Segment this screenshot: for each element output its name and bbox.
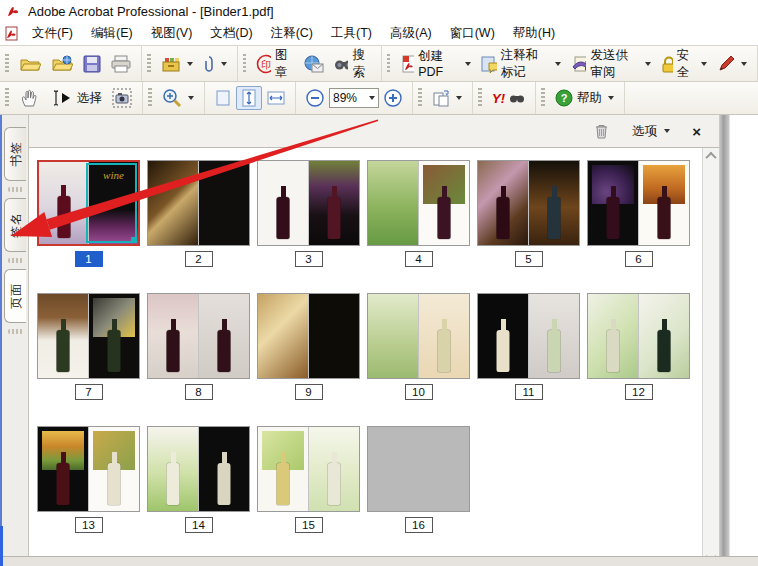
sidebar-tab-pages[interactable]: 页面 [4, 269, 26, 323]
secure-button[interactable]: 安全 [656, 44, 712, 84]
page-thumbnail-16[interactable]: 16 [366, 426, 471, 533]
page-thumbnail-10[interactable]: 10 [366, 293, 471, 400]
page-number-label[interactable]: 11 [515, 384, 543, 400]
toolbar-grip[interactable] [243, 54, 246, 74]
sign-button[interactable] [712, 52, 752, 76]
page-number-label[interactable]: 10 [405, 384, 433, 400]
page-number-label[interactable]: 16 [405, 517, 433, 533]
menu-item-0[interactable]: 文件(F) [23, 22, 82, 45]
page-thumbnail-4[interactable]: 4 [366, 160, 471, 267]
delete-pages-button[interactable] [589, 120, 614, 142]
page-number-label[interactable]: 12 [625, 384, 653, 400]
menu-item-4[interactable]: 注释(C) [262, 22, 322, 45]
page-number-label[interactable]: 5 [515, 251, 543, 267]
options-menu-button[interactable]: 选项 [628, 121, 674, 142]
fit-page-button[interactable] [236, 86, 262, 110]
sidebar-tab-bookmarks[interactable]: 书签 [4, 127, 26, 181]
snapshot-button[interactable] [107, 85, 137, 111]
open-folder-icon [19, 55, 41, 73]
select-tool-button[interactable]: 选择 [44, 86, 107, 110]
page-half [368, 294, 418, 378]
sidebar-tabs: 书签签名页面 [0, 115, 29, 566]
menu-item-8[interactable]: 帮助(H) [504, 22, 564, 45]
trash-icon [594, 123, 609, 139]
page-number-label[interactable]: 7 [75, 384, 103, 400]
menu-item-2[interactable]: 视图(V) [142, 22, 202, 45]
yahoo-search-button[interactable]: Y! [487, 88, 530, 109]
hand-tool-button[interactable] [14, 85, 44, 111]
scroll-up-button[interactable] [703, 148, 719, 164]
page-number-label[interactable]: 8 [185, 384, 213, 400]
page-number-label[interactable]: 1 [75, 251, 103, 267]
page-thumbnail-3[interactable]: 3 [256, 160, 361, 267]
toolbar-grip[interactable] [478, 88, 482, 108]
save-button[interactable] [78, 52, 106, 76]
organizer-button[interactable] [156, 52, 198, 76]
send-review-button[interactable]: 发送供审阅 [566, 44, 656, 84]
panel-splitter[interactable] [719, 115, 729, 566]
page-number-label[interactable]: 4 [405, 251, 433, 267]
close-panel-button[interactable]: × [688, 124, 705, 139]
comment-markup-button[interactable]: 注释和标记 [476, 44, 566, 84]
search-button[interactable]: 搜索 [329, 44, 377, 84]
toolbar-grip[interactable] [541, 88, 545, 108]
page-view-rect [86, 163, 137, 243]
toolbar-grip[interactable] [148, 88, 152, 108]
page-thumbnail-8[interactable]: 8 [146, 293, 251, 400]
window-title: Adobe Acrobat Professional - [Binder1.pd… [28, 4, 274, 19]
page-number-label[interactable]: 3 [295, 251, 323, 267]
wine-bottle-shape [108, 330, 121, 372]
page-layout-button[interactable] [427, 86, 467, 110]
page-number-label[interactable]: 2 [185, 251, 213, 267]
page-number-label[interactable]: 13 [75, 517, 103, 533]
print-button[interactable] [106, 52, 136, 76]
page-number-label[interactable]: 9 [295, 384, 323, 400]
thumbnail-image [257, 426, 360, 512]
toolbar-grip[interactable] [5, 88, 9, 108]
page-thumbnail-5[interactable]: 5 [476, 160, 581, 267]
menu-item-7[interactable]: 窗口(W) [441, 22, 504, 45]
create-pdf-button[interactable]: 创建 PDF [395, 45, 476, 82]
page-number-label[interactable]: 15 [295, 517, 323, 533]
page-thumbnail-14[interactable]: 14 [146, 426, 251, 533]
menu-item-5[interactable]: 工具(T) [322, 22, 381, 45]
actual-size-button[interactable] [210, 86, 236, 110]
menu-item-1[interactable]: 编辑(E) [82, 22, 142, 45]
page-thumbnail-15[interactable]: 15 [256, 426, 361, 533]
open-button[interactable] [14, 52, 46, 76]
zoom-tool-button[interactable] [157, 85, 199, 111]
fit-width-button[interactable] [262, 87, 290, 109]
thumbnail-image [147, 293, 250, 379]
wine-bottle-shape [277, 463, 290, 505]
email-button[interactable] [299, 52, 329, 76]
stamp-button[interactable]: 印 图章 [251, 44, 299, 84]
wine-bottle-shape [167, 463, 180, 505]
panel-scrollbar[interactable] [702, 148, 719, 566]
menu-item-6[interactable]: 高级(A) [381, 22, 441, 45]
zoom-in-button[interactable] [379, 86, 407, 110]
toolbar-grip[interactable] [147, 54, 151, 74]
toolbar-grip[interactable] [418, 88, 422, 108]
help-button[interactable]: ? 帮助 [550, 86, 619, 110]
attach-button[interactable] [198, 52, 232, 76]
sidebar-tab-signatures[interactable]: 签名 [4, 198, 26, 252]
page-thumbnail-13[interactable]: 13 [36, 426, 141, 533]
page-thumbnail-12[interactable]: 12 [586, 293, 691, 400]
page-thumbnail-7[interactable]: 7 [36, 293, 141, 400]
page-number-label[interactable]: 6 [625, 251, 653, 267]
page-thumbnail-6[interactable]: 6 [586, 160, 691, 267]
page-thumbnail-9[interactable]: 9 [256, 293, 361, 400]
bottom-scrollbar-area[interactable] [0, 556, 758, 566]
zoom-level-input[interactable]: 89% [329, 88, 379, 108]
page-number-label[interactable]: 14 [185, 517, 213, 533]
pages-panel: 选项 × wine12345678910111213141516 [29, 115, 719, 566]
toolbar-grip[interactable] [387, 54, 390, 74]
comment-markup-icon [481, 55, 496, 73]
open-web-button[interactable] [46, 52, 78, 76]
page-thumbnail-1[interactable]: wine1 [36, 160, 141, 267]
zoom-out-button[interactable] [301, 86, 329, 110]
menu-item-3[interactable]: 文档(D) [201, 22, 261, 45]
page-thumbnail-2[interactable]: 2 [146, 160, 251, 267]
page-thumbnail-11[interactable]: 11 [476, 293, 581, 400]
toolbar-grip[interactable] [5, 54, 9, 74]
